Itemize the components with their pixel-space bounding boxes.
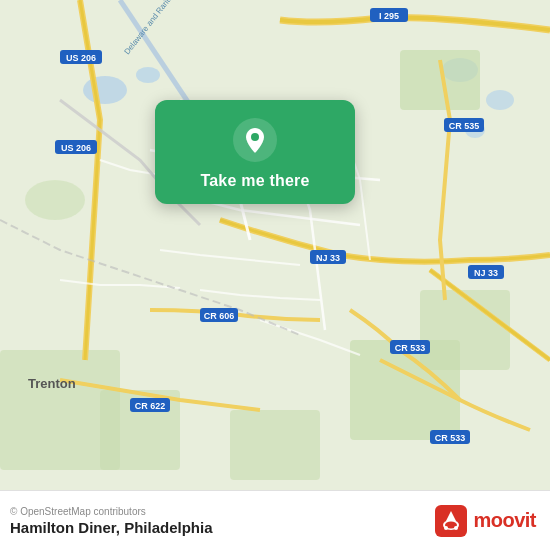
moovit-brand-icon [435,505,467,537]
svg-text:US 206: US 206 [66,53,96,63]
svg-text:CR 622: CR 622 [135,401,166,411]
map-container: Delaware and Raritan Canal [0,0,550,490]
bottom-left: © OpenStreetMap contributors Hamilton Di… [10,506,213,536]
svg-text:CR 535: CR 535 [449,121,480,131]
svg-text:CR 533: CR 533 [395,343,426,353]
svg-point-1 [83,76,127,104]
svg-text:NJ 33: NJ 33 [474,268,498,278]
svg-rect-6 [400,50,480,110]
svg-point-40 [444,526,448,530]
popup-card[interactable]: Take me there [155,100,355,204]
moovit-text: moovit [473,509,536,532]
svg-text:US 206: US 206 [61,143,91,153]
svg-point-12 [25,180,85,220]
location-pin-icon [233,118,277,162]
svg-rect-8 [420,290,510,370]
svg-text:NJ 33: NJ 33 [316,253,340,263]
moovit-logo: moovit [435,505,536,537]
svg-point-36 [251,133,259,141]
bottom-bar: © OpenStreetMap contributors Hamilton Di… [0,490,550,550]
svg-rect-11 [230,410,320,480]
map-background: Delaware and Raritan Canal [0,0,550,490]
copyright-text: © OpenStreetMap contributors [10,506,213,517]
take-me-there-label: Take me there [200,172,309,190]
place-name: Hamilton Diner, Philadelphia [10,519,213,536]
svg-point-2 [136,67,160,83]
svg-text:Trenton: Trenton [28,376,76,391]
svg-text:I 295: I 295 [379,11,399,21]
svg-text:CR 533: CR 533 [435,433,466,443]
svg-point-41 [454,526,458,530]
svg-point-4 [486,90,514,110]
svg-text:CR 606: CR 606 [204,311,235,321]
